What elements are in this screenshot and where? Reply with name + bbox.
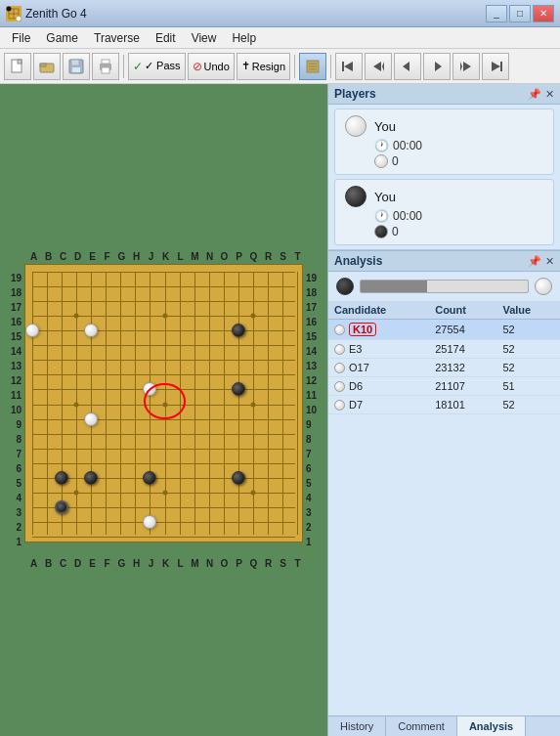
stone-0[interactable] bbox=[25, 324, 39, 337]
row-label-right-1: 1 bbox=[303, 535, 323, 549]
svg-point-7 bbox=[7, 6, 12, 11]
close-button-players[interactable]: ✕ bbox=[545, 88, 554, 101]
close-button-analysis[interactable]: ✕ bbox=[545, 255, 554, 268]
stone-8[interactable] bbox=[143, 471, 156, 485]
row-label-left-17: 17 bbox=[5, 300, 24, 315]
col-label-top-G: G bbox=[114, 251, 129, 262]
stone-2[interactable] bbox=[143, 382, 156, 396]
col-label-top-B: B bbox=[41, 251, 56, 262]
col-label-top-P: P bbox=[232, 251, 246, 262]
pin-button-players[interactable]: 📌 bbox=[528, 88, 541, 101]
open-button[interactable] bbox=[33, 53, 61, 80]
candidate-count-1: 25174 bbox=[429, 340, 496, 359]
board-inner: 19181716151413121110987654321 1918171615… bbox=[5, 264, 323, 556]
menu-item-view[interactable]: View bbox=[184, 29, 225, 47]
right-panel: Players 📌 ✕ You 🕐 00:00 0 bbox=[327, 84, 560, 736]
app-icon bbox=[6, 6, 22, 22]
play-mode-button[interactable] bbox=[299, 53, 326, 80]
score-stone-white bbox=[374, 154, 388, 168]
print-button[interactable] bbox=[92, 53, 119, 80]
stone-10[interactable] bbox=[55, 500, 68, 514]
candidate-value-4: 52 bbox=[496, 396, 560, 414]
col-label-bottom-J: J bbox=[144, 558, 158, 569]
grid-line-v-2 bbox=[62, 272, 63, 535]
board-area: ABCDEFGHJKLMNOPQRST 19181716151413121110… bbox=[0, 84, 327, 736]
col-header-candidate: Candidate bbox=[328, 301, 429, 320]
menu-bar: FileGameTraverseEditViewHelp bbox=[0, 27, 560, 49]
row-label-left-9: 9 bbox=[5, 417, 24, 432]
row-label-left-10: 10 bbox=[5, 403, 24, 417]
col-label-top-M: M bbox=[188, 251, 202, 262]
panel-controls-analysis: 📌 ✕ bbox=[528, 255, 554, 268]
minimize-button[interactable]: _ bbox=[486, 5, 507, 22]
grid-line-v-10 bbox=[180, 272, 181, 535]
pass-button[interactable]: ✓ ✓ Pass bbox=[128, 53, 186, 80]
candidate-move-2: O17 bbox=[328, 359, 429, 377]
candidate-stone-0 bbox=[334, 325, 345, 335]
stone-7[interactable] bbox=[84, 471, 98, 485]
board-coords-bottom: ABCDEFGHJKLMNOPQRST bbox=[26, 558, 323, 569]
save-button[interactable] bbox=[63, 53, 90, 80]
go-board[interactable] bbox=[24, 264, 303, 542]
player-stone-white bbox=[345, 115, 366, 137]
stone-9[interactable] bbox=[232, 471, 245, 485]
new-button[interactable] bbox=[4, 53, 31, 80]
col-label-top-L: L bbox=[173, 251, 188, 262]
col-label-bottom-K: K bbox=[158, 558, 173, 569]
tab-analysis[interactable]: Analysis bbox=[457, 716, 526, 736]
candidate-row-1[interactable]: E32517452 bbox=[328, 340, 560, 359]
main-area: ABCDEFGHJKLMNOPQRST 19181716151413121110… bbox=[0, 84, 560, 736]
toolbar: ✓ ✓ Pass ⊘ Undo ✝ Resign bbox=[0, 49, 560, 84]
stone-4[interactable] bbox=[232, 324, 245, 337]
menu-item-file[interactable]: File bbox=[4, 29, 38, 47]
stone-5[interactable] bbox=[232, 382, 245, 396]
board-coords-top: ABCDEFGHJKLMNOPQRST bbox=[26, 251, 323, 262]
row-label-right-9: 9 bbox=[303, 417, 323, 432]
prev-step-button[interactable] bbox=[394, 53, 421, 80]
prev-button[interactable] bbox=[365, 53, 392, 80]
candidate-row-2[interactable]: O172313252 bbox=[328, 359, 560, 377]
stone-1[interactable] bbox=[84, 324, 98, 337]
menu-item-game[interactable]: Game bbox=[38, 29, 86, 47]
maximize-button[interactable]: □ bbox=[509, 5, 531, 22]
candidate-row-3[interactable]: D62110751 bbox=[328, 377, 560, 396]
stone-11[interactable] bbox=[143, 515, 156, 529]
candidate-move-0: K10 bbox=[328, 320, 429, 340]
pin-button-analysis[interactable]: 📌 bbox=[528, 255, 541, 268]
tab-comment[interactable]: Comment bbox=[386, 716, 457, 736]
row-label-right-7: 7 bbox=[303, 447, 323, 461]
player-card-black: You 🕐 00:00 0 bbox=[334, 179, 554, 245]
analysis-slider[interactable] bbox=[360, 280, 529, 293]
menu-item-help[interactable]: Help bbox=[224, 29, 264, 47]
candidate-count-3: 21107 bbox=[429, 377, 496, 396]
tab-history[interactable]: History bbox=[328, 716, 386, 736]
row-label-right-8: 8 bbox=[303, 432, 323, 447]
pass-check-icon: ✓ bbox=[133, 60, 143, 73]
begin-button[interactable] bbox=[335, 53, 363, 80]
player-name-black: You bbox=[374, 190, 396, 204]
next-step-button[interactable] bbox=[423, 53, 451, 80]
col-label-bottom-P: P bbox=[232, 558, 246, 569]
undo-button[interactable]: ⊘ Undo bbox=[188, 53, 235, 80]
candidate-row-4[interactable]: D71810152 bbox=[328, 396, 560, 414]
grid-line-h-5 bbox=[32, 345, 295, 346]
end-button[interactable] bbox=[482, 53, 509, 80]
menu-item-edit[interactable]: Edit bbox=[148, 29, 184, 47]
analysis-slider-row bbox=[328, 272, 560, 301]
player-score-white: 0 bbox=[392, 154, 399, 168]
candidate-count-2: 23132 bbox=[429, 359, 496, 377]
col-label-top-H: H bbox=[129, 251, 144, 262]
grid-line-h-12 bbox=[32, 449, 295, 450]
stone-6[interactable] bbox=[55, 471, 68, 485]
col-label-top-T: T bbox=[290, 251, 305, 262]
col-label-top-E: E bbox=[85, 251, 100, 262]
close-button[interactable]: ✕ bbox=[533, 5, 554, 22]
candidate-row-0[interactable]: K102755452 bbox=[328, 320, 560, 340]
candidate-stone-2 bbox=[334, 363, 345, 373]
row-label-left-6: 6 bbox=[5, 461, 24, 476]
next-button[interactable] bbox=[452, 53, 480, 80]
menu-item-traverse[interactable]: Traverse bbox=[86, 29, 148, 47]
row-label-right-16: 16 bbox=[303, 315, 323, 329]
stone-3[interactable] bbox=[84, 412, 98, 426]
resign-button[interactable]: ✝ Resign bbox=[237, 53, 290, 80]
